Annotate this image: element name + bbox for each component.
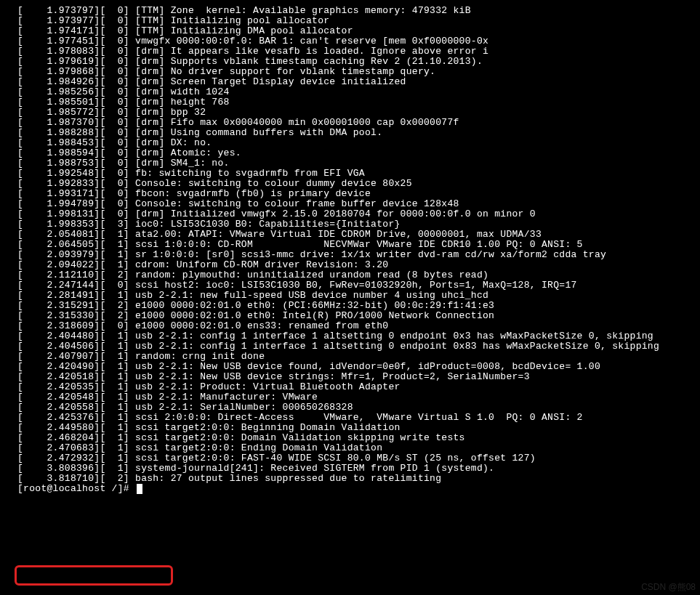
- log-line: [ 1.988453][ 0] [drm] DX: no.: [17, 138, 700, 148]
- log-line: [ 1.988594][ 0] [drm] Atomic: yes.: [17, 148, 700, 158]
- watermark-text: CSDN @熊08: [641, 581, 696, 594]
- log-line: [ 1.979868][ 0] [drm] No driver support …: [17, 67, 700, 77]
- log-line: [ 1.994789][ 0] Console: switching to co…: [17, 199, 700, 209]
- log-line: [ 3.818710][ 2] bash: 27 output lines su…: [17, 474, 700, 484]
- log-line: [ 1.979619][ 0] [drm] Supports vblank ti…: [17, 57, 700, 67]
- cursor-icon: [137, 484, 142, 494]
- log-line: [ 2.407907][ 1] random: crng init done: [17, 352, 700, 362]
- log-line: [ 2.420558][ 1] usb 2-2.1: SerialNumber:…: [17, 402, 700, 413]
- log-line: [ 2.247144][ 0] scsi host2: ioc0: LSI53C…: [17, 280, 700, 291]
- log-line: [ 2.318609][ 0] e1000 0000:02:01.0 ens33…: [17, 321, 700, 331]
- log-line: [ 1.985501][ 0] [drm] height 768: [17, 97, 700, 108]
- log-line: [ 2.315330][ 2] e1000 0000:02:01.0 eth0:…: [17, 311, 700, 321]
- log-line: [ 2.281491][ 1] usb 2-2.1: new full-spee…: [17, 291, 700, 301]
- log-line: [ 1.985772][ 0] [drm] bpp 32: [17, 108, 700, 118]
- log-line: [ 2.420518][ 1] usb 2-2.1: New USB devic…: [17, 372, 700, 382]
- prompt-highlight-box: [15, 565, 173, 586]
- log-line: [ 1.992548][ 0] fb: switching to svgadrm…: [17, 169, 700, 179]
- shell-prompt[interactable]: [root@localhost /]#: [17, 484, 700, 494]
- log-line: [ 2.112110][ 2] random: plymouthd: unini…: [17, 270, 700, 280]
- log-line: [ 2.449580][ 1] scsi target2:0:0: Beginn…: [17, 423, 700, 433]
- log-line: [ 1.977451][ 0] vmwgfx 0000:00:0f.0: BAR…: [17, 36, 700, 46]
- log-line: [ 1.984926][ 0] [drm] Screen Target Disp…: [17, 77, 700, 87]
- log-line: [ 2.064505][ 1] scsi 1:0:0:0: CD-ROM NEC…: [17, 240, 700, 250]
- kernel-boot-log: [ 1.973797][ 0] [TTM] Zone kernel: Avail…: [0, 0, 700, 494]
- log-line: [ 2.425376][ 1] scsi 2:0:0:0: Direct-Acc…: [17, 413, 700, 423]
- log-line: [ 2.420548][ 1] usb 2-2.1: Manufacturer:…: [17, 392, 700, 402]
- log-line: [ 2.315291][ 2] e1000 0000:02:01.0 eth0:…: [17, 301, 700, 311]
- log-line: [ 1.985256][ 0] [drm] width 1024: [17, 87, 700, 97]
- log-line: [ 1.993171][ 0] fbcon: svgadrmfb (fb0) i…: [17, 189, 700, 199]
- log-line: [ 3.808396][ 1] systemd-journald[241]: R…: [17, 464, 700, 474]
- log-line: [ 2.054081][ 1] ata2.00: ATAPI: VMware V…: [17, 230, 700, 240]
- log-line: [ 1.998131][ 0] [drm] Initialized vmwgfx…: [17, 209, 700, 219]
- log-line: [ 1.973797][ 0] [TTM] Zone kernel: Avail…: [17, 6, 700, 16]
- log-line: [ 1.988753][ 0] [drm] SM4_1: no.: [17, 158, 700, 169]
- log-line: [ 2.093979][ 1] sr 1:0:0:0: [sr0] scsi3-…: [17, 250, 700, 260]
- log-line: [ 2.094022][ 1] cdrom: Uniform CD-ROM dr…: [17, 260, 700, 270]
- log-line: [ 2.468204][ 1] scsi target2:0:0: Domain…: [17, 433, 700, 443]
- log-line: [ 2.470683][ 1] scsi target2:0:0: Ending…: [17, 443, 700, 453]
- log-line: [ 2.404506][ 1] usb 2-2.1: config 1 inte…: [17, 341, 700, 352]
- log-line: [ 1.988288][ 0] [drm] Using command buff…: [17, 128, 700, 138]
- log-line: [ 1.987370][ 0] [drm] Fifo max 0x0004000…: [17, 118, 700, 128]
- prompt-text: [root@localhost /]#: [17, 483, 135, 494]
- log-line: [ 1.978083][ 0] [drm] It appears like ve…: [17, 46, 700, 57]
- log-line: [ 1.973977][ 0] [TTM] Initializing pool …: [17, 16, 700, 26]
- log-line: [ 1.974171][ 0] [TTM] Initializing DMA p…: [17, 26, 700, 36]
- log-line: [ 2.472932][ 1] scsi target2:0:0: FAST-4…: [17, 453, 700, 464]
- log-line: [ 2.420535][ 1] usb 2-2.1: Product: Virt…: [17, 382, 700, 392]
- log-line: [ 1.992833][ 0] Console: switching to co…: [17, 179, 700, 189]
- log-line: [ 2.420490][ 1] usb 2-2.1: New USB devic…: [17, 362, 700, 372]
- log-line: [ 2.404480][ 1] usb 2-2.1: config 1 inte…: [17, 331, 700, 341]
- log-line: [ 1.998353][ 3] ioc0: LSI53C1030 B0: Cap…: [17, 219, 700, 230]
